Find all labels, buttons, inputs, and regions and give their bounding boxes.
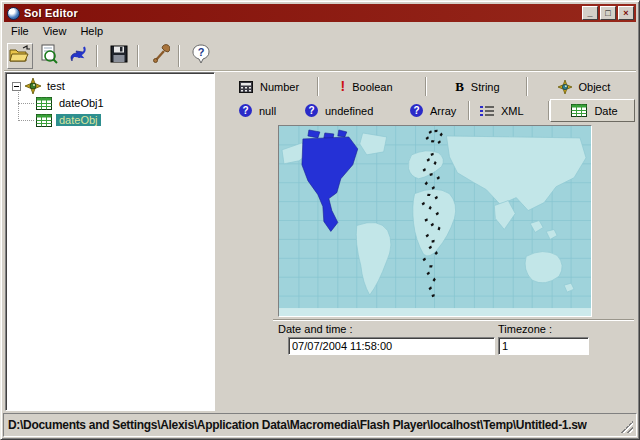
status-bar: D:\Documents and Settings\Alexis\Applica… bbox=[3, 413, 637, 437]
title-bar[interactable]: Sol Editor _ □ × bbox=[4, 4, 636, 22]
menu-view[interactable]: View bbox=[36, 23, 74, 39]
question-icon: ? bbox=[305, 104, 318, 117]
open-folder-icon bbox=[9, 45, 31, 66]
tab-boolean[interactable]: ! Boolean bbox=[319, 75, 426, 98]
tools-button[interactable] bbox=[147, 43, 173, 69]
menu-bar: File View Help bbox=[4, 22, 636, 40]
tab-undefined[interactable]: ? undefined bbox=[291, 99, 396, 122]
datetime-label: Date and time : bbox=[278, 323, 353, 335]
datetime-input[interactable] bbox=[288, 337, 495, 355]
open-file-button[interactable] bbox=[7, 43, 33, 69]
type-tabs-row1: Number ! Boolean B String Object bbox=[229, 75, 635, 98]
timezone-input[interactable] bbox=[498, 337, 589, 355]
tree-connector bbox=[18, 103, 34, 104]
tab-label: Object bbox=[579, 81, 611, 93]
swf-object-icon bbox=[25, 78, 41, 94]
tab-xml[interactable]: XML bbox=[470, 99, 548, 122]
tab-object[interactable]: Object bbox=[528, 75, 636, 98]
preview-button[interactable] bbox=[36, 43, 62, 69]
tab-number[interactable]: Number bbox=[229, 75, 317, 98]
help-question-icon: ? bbox=[191, 44, 211, 67]
toolbar-separator bbox=[96, 45, 98, 67]
resize-grip[interactable] bbox=[621, 421, 633, 433]
app-icon bbox=[7, 7, 20, 20]
question-icon: ? bbox=[410, 104, 423, 117]
tree-panel: test dateObj1 bbox=[5, 72, 215, 411]
tab-label: Date bbox=[594, 105, 617, 117]
exclamation-icon: ! bbox=[341, 80, 346, 93]
calculator-icon bbox=[239, 81, 253, 93]
type-tabs-row2: ? null ? undefined ? Array XML bbox=[229, 99, 635, 122]
timezone-label: Timezone : bbox=[498, 323, 552, 335]
menu-file[interactable]: File bbox=[4, 23, 36, 39]
tree-item-dateobj[interactable]: dateObj bbox=[36, 112, 101, 128]
toolbar-separator bbox=[137, 45, 139, 67]
tab-label: Number bbox=[260, 81, 299, 93]
tab-label: XML bbox=[501, 105, 524, 117]
tree-root-row[interactable]: test bbox=[12, 78, 68, 94]
refresh-arrow-icon bbox=[68, 44, 88, 67]
tree-root-label[interactable]: test bbox=[44, 80, 68, 92]
toolbar-separator bbox=[178, 45, 180, 67]
group-divider bbox=[273, 319, 634, 321]
magnifier-icon bbox=[39, 44, 59, 67]
close-button[interactable]: × bbox=[618, 6, 634, 20]
tab-label: Array bbox=[430, 105, 456, 117]
status-path: D:\Documents and Settings\Alexis\Applica… bbox=[8, 418, 587, 432]
refresh-button[interactable] bbox=[65, 43, 91, 69]
wrench-icon bbox=[150, 44, 170, 67]
bold-b-icon: B bbox=[455, 79, 464, 95]
tab-label: undefined bbox=[325, 105, 373, 117]
timezone-world-map[interactable] bbox=[278, 125, 592, 317]
question-icon: ? bbox=[239, 104, 252, 117]
tree-connector bbox=[18, 120, 34, 121]
tab-array[interactable]: ? Array bbox=[396, 99, 468, 122]
save-disk-icon bbox=[110, 45, 128, 66]
tab-label: Boolean bbox=[352, 81, 392, 93]
object-star-icon bbox=[558, 80, 572, 94]
list-icon bbox=[480, 105, 494, 117]
svg-text:?: ? bbox=[198, 46, 205, 58]
tree-item-label[interactable]: dateObj bbox=[56, 114, 101, 126]
tab-label: null bbox=[259, 105, 276, 117]
tree-item-dateobj1[interactable]: dateObj1 bbox=[36, 95, 107, 111]
table-icon bbox=[571, 104, 587, 117]
maximize-button[interactable]: □ bbox=[600, 6, 616, 20]
help-button[interactable]: ? bbox=[188, 43, 214, 69]
minimize-button[interactable]: _ bbox=[582, 6, 598, 20]
save-button[interactable] bbox=[106, 43, 132, 69]
menu-help[interactable]: Help bbox=[73, 23, 110, 39]
table-icon bbox=[36, 97, 52, 110]
window-title: Sol Editor bbox=[24, 7, 580, 19]
tab-null[interactable]: ? null bbox=[229, 99, 291, 122]
tab-date[interactable]: Date bbox=[550, 99, 635, 122]
tab-label: String bbox=[471, 81, 500, 93]
app-window: Sol Editor _ □ × File View Help bbox=[0, 0, 640, 440]
table-icon bbox=[36, 114, 52, 127]
collapse-icon[interactable] bbox=[12, 82, 21, 91]
tab-string[interactable]: B String bbox=[427, 75, 525, 98]
toolbar: ? bbox=[4, 41, 636, 71]
tree-item-label[interactable]: dateObj1 bbox=[56, 97, 107, 109]
